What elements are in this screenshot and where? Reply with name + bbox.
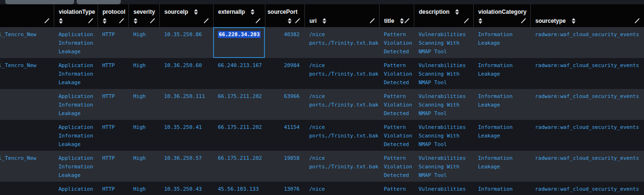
- cell-rowLabel[interactable]: [0, 89, 54, 120]
- cell-severity[interactable]: High: [128, 27, 159, 58]
- column-header-violationType[interactable]: violationType: [54, 4, 98, 27]
- edit-column-pencil-icon[interactable]: [463, 18, 469, 24]
- cell-sourcetype[interactable]: radware:waf_cloud_security_events: [530, 27, 644, 58]
- cell-violationCategory[interactable]: Information Leakage: [473, 182, 530, 195]
- cell-sourcetype[interactable]: radware:waf_cloud_security_events: [530, 182, 644, 195]
- cell-severity[interactable]: High: [128, 58, 159, 89]
- cell-sourcePort[interactable]: 20984: [265, 58, 304, 89]
- sort-icon[interactable]: [400, 18, 404, 24]
- cell-description[interactable]: Vulnerabilities Scanning With NMAP Tool: [414, 182, 473, 195]
- sort-icon[interactable]: [572, 18, 576, 24]
- cell-violationCategory[interactable]: Information Leakage: [473, 58, 530, 89]
- cell-violationCategory[interactable]: Information Leakage: [473, 151, 530, 182]
- cell-title[interactable]: Pattern Violation Detected: [379, 182, 414, 195]
- sort-icon[interactable]: [478, 18, 482, 24]
- cell-rowLabel[interactable]: l_Tencro_New: [0, 27, 54, 58]
- edit-column-pencil-icon[interactable]: [88, 18, 94, 24]
- cell-protocol[interactable]: HTTP: [98, 58, 128, 89]
- sort-icon[interactable]: [59, 18, 63, 24]
- cell-title[interactable]: Pattern Violation Detected: [379, 120, 414, 151]
- edit-column-pencil-icon[interactable]: [404, 18, 410, 24]
- cell-violationType[interactable]: Application Information Leakage: [54, 182, 98, 195]
- cell-externalIp[interactable]: 66.175.211.202: [213, 151, 265, 182]
- cell-severity[interactable]: High: [128, 151, 159, 182]
- column-header-title[interactable]: title: [379, 4, 414, 27]
- cell-sourcePort[interactable]: 63966: [265, 89, 304, 120]
- cell-uri[interactable]: /nice ports,/Trinity.txt.bak: [304, 120, 379, 151]
- cell-severity[interactable]: High: [128, 120, 159, 151]
- cell-violationType[interactable]: Application Information Leakage: [54, 27, 98, 58]
- edit-column-pencil-icon[interactable]: [294, 18, 301, 24]
- cell-violationType[interactable]: Application Information Leakage: [54, 120, 98, 151]
- cell-description[interactable]: Vulnerabilities Scanning With NMAP Tool: [414, 89, 473, 120]
- cell-title[interactable]: Pattern Violation Detected: [379, 89, 414, 120]
- truncated-toolbar-button-1[interactable]: [5, 0, 74, 4]
- edit-column-pencil-icon[interactable]: [149, 18, 156, 24]
- cell-sourceIp[interactable]: 10.35.250.43: [159, 182, 213, 195]
- cell-violationCategory[interactable]: Information Leakage: [473, 120, 530, 151]
- cell-title[interactable]: Pattern Violation Detected: [379, 27, 414, 58]
- sort-icon[interactable]: [251, 9, 254, 15]
- cell-sourceIp[interactable]: 10.35.250.41: [159, 120, 213, 151]
- cell-sourceIp[interactable]: 10.36.250.60: [159, 58, 213, 89]
- edit-column-pencil-icon[interactable]: [634, 18, 640, 24]
- edit-column-pencil-icon[interactable]: [255, 18, 261, 24]
- cell-rowLabel[interactable]: [0, 120, 54, 151]
- cell-externalIp[interactable]: 66.175.211.202: [213, 89, 265, 120]
- cell-uri[interactable]: /nice ports,/Trinity.txt.bak: [304, 27, 379, 58]
- truncated-toolbar-button-2[interactable]: [77, 0, 121, 4]
- cell-violationCategory[interactable]: Information Leakage: [473, 89, 530, 120]
- cell-protocol[interactable]: HTTP: [98, 120, 128, 151]
- cell-severity[interactable]: High: [128, 89, 159, 120]
- column-header-description[interactable]: description: [414, 4, 473, 27]
- column-header-violationCategory[interactable]: violationCategory: [473, 4, 530, 27]
- edit-column-pencil-icon[interactable]: [520, 18, 527, 24]
- cell-rowLabel[interactable]: l_Tencro_New: [0, 151, 54, 182]
- cell-sourcetype[interactable]: radware:waf_cloud_security_events: [530, 58, 644, 89]
- sort-icon[interactable]: [194, 9, 198, 15]
- sort-icon[interactable]: [103, 18, 107, 24]
- column-header-sourcetype[interactable]: sourcetype: [530, 4, 644, 27]
- sort-icon[interactable]: [322, 18, 326, 24]
- cell-externalIp[interactable]: 66.175.211.202: [213, 120, 265, 151]
- cell-sourceIp[interactable]: 10.36.250.57: [159, 151, 213, 182]
- cell-description[interactable]: Vulnerabilities Scanning With NMAP Tool: [414, 27, 473, 58]
- cell-title[interactable]: Pattern Violation Detected: [379, 151, 414, 182]
- cell-sourcePort[interactable]: 40382: [265, 27, 304, 58]
- cell-sourcePort[interactable]: 41154: [265, 120, 304, 151]
- cell-uri[interactable]: /nice ports,/Trinity.txt.bak: [304, 182, 379, 195]
- cell-description[interactable]: Vulnerabilities Scanning With NMAP Tool: [414, 58, 473, 89]
- edit-column-pencil-icon[interactable]: [118, 18, 125, 24]
- cell-protocol[interactable]: HTTP: [98, 151, 128, 182]
- cell-externalIp[interactable]: 45.56.103.133: [213, 182, 265, 195]
- cell-sourceIp[interactable]: 10.35.250.86: [159, 27, 213, 58]
- cell-violationCategory[interactable]: Information Leakage: [473, 27, 530, 58]
- cell-externalIp[interactable]: 66.240.213.167: [213, 58, 265, 89]
- cell-rowLabel[interactable]: l_Tencro_New: [0, 58, 54, 89]
- cell-sourcePort[interactable]: 19858: [265, 151, 304, 182]
- sort-icon[interactable]: [288, 18, 292, 24]
- cell-sourceIp[interactable]: 10.36.250.111: [159, 89, 213, 120]
- cell-violationType[interactable]: Application Information Leakage: [54, 58, 98, 89]
- column-header-externalIp[interactable]: externalIp: [213, 4, 265, 27]
- column-header-sourcePort[interactable]: sourcePort: [265, 4, 304, 27]
- cell-description[interactable]: Vulnerabilities Scanning With NMAP Tool: [414, 151, 473, 182]
- cell-uri[interactable]: /nice ports,/Trinity.txt.bak: [304, 89, 379, 120]
- column-header-protocol[interactable]: protocol: [98, 4, 128, 27]
- column-header-sourceIp[interactable]: sourceIp: [159, 4, 213, 27]
- cell-title[interactable]: Pattern Violation Detected: [379, 58, 414, 89]
- cell-violationType[interactable]: Application Information Leakage: [54, 89, 98, 120]
- column-header-severity[interactable]: severity: [128, 4, 159, 27]
- sort-icon[interactable]: [134, 18, 137, 24]
- cell-rowLabel[interactable]: [0, 182, 54, 195]
- cell-uri[interactable]: /nice ports,/Trinity.txt.bak: [304, 151, 379, 182]
- cell-description[interactable]: Vulnerabilities Scanning With NMAP Tool: [414, 120, 473, 151]
- edit-column-pencil-icon[interactable]: [369, 18, 375, 24]
- cell-sourcetype[interactable]: radware:waf_cloud_security_events: [530, 120, 644, 151]
- edit-column-pencil-icon[interactable]: [203, 18, 209, 24]
- column-header-uri[interactable]: uri: [304, 4, 379, 27]
- cell-sourcetype[interactable]: radware:waf_cloud_security_events: [530, 151, 644, 182]
- cell-protocol[interactable]: HTTP: [98, 182, 128, 195]
- sort-icon[interactable]: [455, 9, 459, 15]
- cell-violationType[interactable]: Application Information Leakage: [54, 151, 98, 182]
